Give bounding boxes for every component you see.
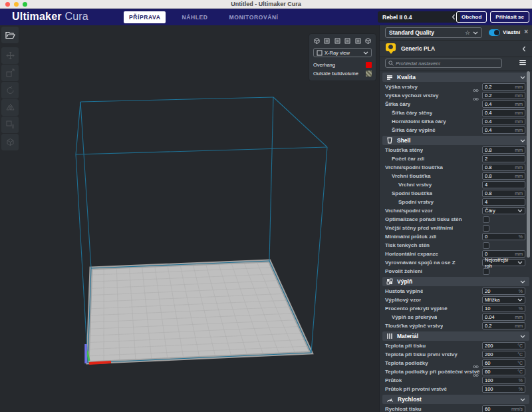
- view-top-button[interactable]: [334, 37, 341, 45]
- setting-checkbox[interactable]: [483, 242, 489, 249]
- per-model-settings-tool-button[interactable]: [1, 116, 19, 133]
- material-selector[interactable]: Generic PLA: [380, 41, 532, 57]
- search-icon: [388, 61, 394, 66]
- setting-checkbox[interactable]: [483, 225, 489, 232]
- view-left-button[interactable]: [344, 37, 351, 45]
- setting-unit: %: [519, 234, 523, 239]
- setting-row: Vrchní vrstvy4: [380, 180, 532, 189]
- section-header-materil[interactable]: Materiál: [382, 331, 529, 341]
- setting-value-field[interactable]: 4: [482, 198, 525, 206]
- signin-button[interactable]: Přihlásit se: [490, 11, 529, 23]
- shell-icon: [386, 134, 393, 146]
- setting-unit: %: [519, 378, 523, 383]
- setting-value-field[interactable]: 4: [482, 181, 525, 188]
- setting-dropdown[interactable]: Mřížka: [482, 296, 525, 304]
- setting-value-field[interactable]: 20%: [482, 288, 525, 295]
- setting-value-field[interactable]: 10%: [482, 305, 525, 312]
- view-right-button[interactable]: [354, 37, 362, 45]
- settings-visibility-menu-icon[interactable]: [519, 60, 526, 67]
- setting-row: Vyrovnávání spojů na ose ZNejostřejší ro…: [380, 258, 532, 267]
- section-header-vpl[interactable]: Výplň: [382, 277, 529, 286]
- setting-value-field[interactable]: 0.2mm: [482, 322, 525, 329]
- setting-value-field[interactable]: 60°C: [482, 359, 525, 367]
- setting-checkbox[interactable]: [483, 268, 489, 275]
- setting-unit: mm: [515, 174, 523, 178]
- setting-value-field[interactable]: 0.2mm: [482, 92, 525, 99]
- setting-value: 60: [485, 369, 517, 375]
- setting-value: 10: [485, 306, 519, 311]
- custom-settings-toggle[interactable]: [489, 29, 500, 36]
- settings-search-input[interactable]: Prohledat nastavení: [385, 59, 502, 68]
- chevron-down-icon: [363, 51, 368, 55]
- support-blocker-tool-button[interactable]: [1, 134, 19, 150]
- setting-checkbox[interactable]: [483, 216, 489, 223]
- camera-view-buttons: [313, 37, 372, 45]
- section-header-rychlost[interactable]: Rychlost: [382, 395, 529, 404]
- setting-label: Povolit žehlení: [380, 268, 422, 274]
- app-logo: Ultimaker Cura: [12, 11, 88, 23]
- setting-value-field[interactable]: 0%: [482, 233, 525, 240]
- setting-value-field[interactable]: 0.8mm: [482, 172, 525, 180]
- setting-value-field[interactable]: 0.4mm: [482, 118, 525, 125]
- setting-value-field[interactable]: 0.4mm: [482, 109, 525, 116]
- setting-value-field[interactable]: 0.04mm: [482, 313, 525, 321]
- scale-tool-button[interactable]: [1, 65, 19, 81]
- view-mode-dropdown[interactable]: X-Ray view: [313, 48, 372, 57]
- material-icon: [386, 43, 396, 55]
- legend-item-1: Outside buildvolume: [313, 69, 372, 78]
- setting-value-field[interactable]: 0.2mm: [482, 83, 525, 91]
- view-front-button[interactable]: [323, 37, 331, 45]
- setting-value-field[interactable]: 0.4mm: [482, 101, 525, 108]
- open-file-button[interactable]: [1, 27, 19, 43]
- setting-value: 0.8: [485, 147, 515, 153]
- section-header-shell[interactable]: Shell: [382, 136, 529, 145]
- stage-tab-0[interactable]: PŘÍPRAVA: [124, 11, 166, 23]
- setting-value: 0.2: [485, 323, 515, 329]
- setting-value-field[interactable]: 0.8mm: [482, 146, 525, 154]
- close-icon[interactable]: ×: [524, 28, 528, 35]
- stage-tab-1[interactable]: NÁHLED: [176, 11, 213, 23]
- marketplace-button[interactable]: Obchod: [456, 11, 487, 23]
- setting-value: 2: [485, 156, 523, 162]
- infill-icon: [386, 276, 393, 288]
- rotate-tool-button[interactable]: [1, 82, 19, 99]
- move-tool-button[interactable]: [1, 47, 19, 64]
- profile-row: Standard Quality ☆ Vlastní ×: [380, 25, 532, 40]
- setting-value-field[interactable]: 60mm/s: [482, 405, 525, 412]
- setting-row: Šířka čáry0.4mm: [380, 100, 532, 108]
- setting-value-field[interactable]: 200°C: [482, 351, 525, 358]
- setting-label: Průtok: [380, 377, 402, 383]
- stage-tab-2[interactable]: MONITOROVÁNÍ: [223, 11, 283, 23]
- scrollbar-thumb[interactable]: [527, 71, 530, 258]
- star-icon[interactable]: ☆: [465, 30, 470, 36]
- setting-dropdown[interactable]: Nejostřejší roh: [482, 259, 525, 266]
- printer-selector[interactable]: Rebel II 0.4: [378, 11, 460, 23]
- setting-value-field[interactable]: 200°C: [482, 342, 525, 349]
- setting-value-field[interactable]: 100%: [482, 377, 525, 384]
- setting-value-field[interactable]: 0.8mm: [482, 190, 525, 197]
- viewport-3d[interactable]: X-Ray view OverhangOutside buildvolume: [0, 25, 379, 412]
- view-3d-button[interactable]: [313, 37, 321, 45]
- setting-value-field[interactable]: 0.4mm: [482, 126, 525, 134]
- profile-dropdown[interactable]: Standard Quality ☆: [385, 27, 482, 38]
- setting-dropdown[interactable]: Čáry: [482, 207, 525, 214]
- setting-value: 0.4: [485, 118, 515, 124]
- setting-value-field[interactable]: 2: [482, 155, 525, 162]
- setting-value: 60: [485, 360, 517, 366]
- legend-color-swatch: [366, 71, 372, 77]
- section-header-kvalita[interactable]: Kvalita: [382, 73, 529, 82]
- setting-value: 60: [485, 406, 511, 412]
- setting-label: Teplota při tisku: [380, 343, 426, 349]
- setting-label: Teplota podložky při počáteční vrstvě: [380, 369, 480, 375]
- view-isometric-button[interactable]: [364, 37, 372, 45]
- setting-value-field[interactable]: 60°C: [482, 368, 525, 375]
- setting-value: 200: [485, 343, 517, 349]
- mirror-tool-button[interactable]: [1, 99, 19, 116]
- setting-value-field[interactable]: 0.8mm: [482, 164, 525, 171]
- setting-unit: mm: [515, 85, 523, 89]
- setting-unit: °C: [517, 352, 523, 357]
- setting-value-field[interactable]: 100%: [482, 385, 525, 393]
- setting-row: Vrchní/spodní tloušťka0.8mm: [380, 163, 532, 172]
- setting-unit: °C: [517, 343, 523, 348]
- setting-label: Šířka čáry stěny: [380, 110, 432, 116]
